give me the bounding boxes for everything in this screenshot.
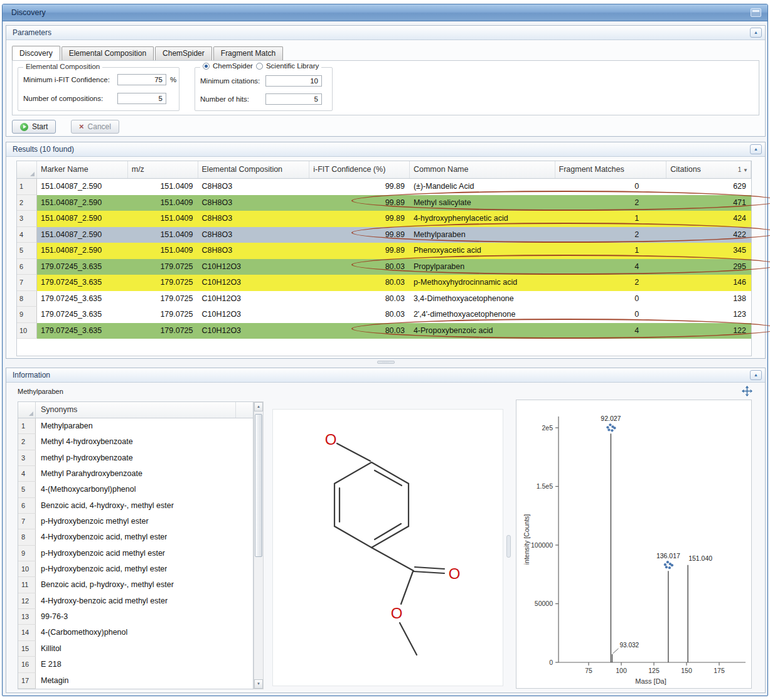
collapse-panel-icon[interactable]: ▲: [750, 144, 762, 154]
column-header-citations[interactable]: Citations 1 ▼: [666, 161, 751, 178]
results-row-5[interactable]: 5151.04087_2.590151.0409C8H8O399.89Pheno…: [17, 243, 751, 259]
synonym-row-13[interactable]: 1399-76-3: [18, 609, 253, 625]
synonym-row-number: 7: [18, 514, 36, 529]
synonym-row-17[interactable]: 17Metagin: [18, 673, 253, 689]
tab-elemental-composition[interactable]: Elemental Composition: [61, 46, 154, 60]
min-citations-input[interactable]: [265, 75, 322, 87]
scientific-library-radio-label: Scientific Library: [266, 62, 319, 70]
column-header-marker-name[interactable]: Marker Name: [37, 161, 128, 178]
synonym-row-10[interactable]: 10p-Hydroxybenzoic acid, methyl ester: [18, 561, 253, 577]
synonym-row-number: 13: [18, 609, 36, 625]
cell-citations: 138: [666, 291, 751, 307]
synonym-row-7[interactable]: 7p-Hydroxybenzoic methyl ester: [18, 514, 253, 529]
synonym-row-9[interactable]: 9p-Hydroxybenzoic acid methyl ester: [18, 546, 253, 561]
synonym-row-6[interactable]: 6Benzoic acid, 4-hydroxy-, methyl ester: [18, 498, 253, 514]
results-row-8[interactable]: 8179.07245_3.635179.0725C10H12O380.033,4…: [17, 291, 751, 307]
synonym-row-number: 3: [18, 450, 36, 466]
cell-row-number: 5: [17, 243, 37, 259]
cell-fragment-matches: 0: [555, 307, 666, 323]
svg-text:151.040: 151.040: [688, 554, 712, 562]
column-header-ifit-confidence[interactable]: i-FIT Confidence (%): [309, 161, 410, 178]
tab-chemspider[interactable]: ChemSpider: [155, 46, 212, 60]
cell-marker-name: 179.07245_3.635: [37, 291, 128, 307]
column-header-mz[interactable]: m/z: [128, 161, 198, 178]
select-all-corner[interactable]: [17, 161, 37, 178]
synonym-row-number: 12: [18, 593, 36, 609]
window-titlebar[interactable]: Discovery: [3, 4, 767, 21]
synonyms-header-label[interactable]: Synonyms: [36, 402, 77, 418]
cell-marker-name: 179.07245_3.635: [37, 323, 128, 339]
cell-elemental-composition: C8H8O3: [198, 195, 310, 211]
collapse-panel-icon[interactable]: ▲: [750, 370, 762, 380]
synonym-name: p-Hydroxybenzoic acid methyl ester: [36, 546, 165, 561]
cell-common-name: 4-hydroxyphenylacetic acid: [410, 211, 555, 227]
synonyms-corner[interactable]: [18, 402, 36, 418]
synonym-row-number: 6: [18, 498, 36, 514]
synonym-row-5[interactable]: 54-(Methoxycarbonyl)phenol: [18, 482, 253, 497]
results-row-3[interactable]: 3151.04087_2.590151.0409C8H8O399.894-hyd…: [17, 211, 751, 227]
cancel-button[interactable]: × Cancel: [71, 120, 119, 134]
cell-common-name: 2',4'-dimethoxyacetophenone: [410, 307, 555, 323]
scrollbar-thumb[interactable]: [255, 414, 262, 557]
chemspider-radio[interactable]: [203, 63, 210, 70]
cell-fragment-matches: 2: [555, 227, 666, 243]
cell-ifit-confidence: 99.89: [309, 195, 410, 211]
cell-citations: 146: [666, 275, 751, 291]
synonym-row-number: 10: [18, 561, 36, 577]
results-row-2[interactable]: 2151.04087_2.590151.0409C8H8O399.89Methy…: [17, 195, 751, 211]
cell-elemental-composition: C10H12O3: [198, 323, 310, 339]
min-ifit-input[interactable]: [117, 74, 166, 85]
spectrum-viewer[interactable]: 0500001000001.5e52e575100125150175Mass […: [516, 400, 752, 689]
elemental-composition-group: Elemental Composition Minimum i-FIT Conf…: [18, 67, 179, 111]
synonym-row-8[interactable]: 84-Hydroxybenzoic acid, methyl ester: [18, 529, 253, 545]
tab-fragment-match[interactable]: Fragment Match: [213, 46, 283, 60]
synonym-row-15[interactable]: 15Killitol: [18, 641, 253, 657]
cell-fragment-matches: 2: [555, 195, 666, 211]
results-row-7[interactable]: 7179.07245_3.635179.0725C10H12O380.03p-M…: [17, 275, 751, 291]
splitter-grip-icon[interactable]: ····: [377, 361, 395, 364]
cell-row-number: 1: [17, 179, 37, 195]
start-button[interactable]: Start: [12, 120, 56, 134]
cell-elemental-composition: C8H8O3: [198, 211, 310, 227]
synonym-name: E 218: [36, 657, 61, 672]
synonym-row-2[interactable]: 2Methyl 4-hydroxybenzoate: [18, 434, 253, 450]
results-row-10[interactable]: 10179.07245_3.635179.0725C10H12O380.034-…: [17, 323, 751, 339]
synonym-row-11[interactable]: 11Benzoic acid, p-hydroxy-, methyl ester: [18, 577, 253, 593]
structure-viewer[interactable]: O O O: [272, 409, 503, 686]
collapse-panel-icon[interactable]: ▲: [750, 28, 762, 38]
synonym-row-14[interactable]: 144-(Carbomethoxy)phenol: [18, 625, 253, 640]
synonym-name: Metagin: [36, 673, 68, 689]
move-panel-icon[interactable]: [742, 386, 752, 396]
synonym-row-1[interactable]: 1Methylparaben: [18, 418, 253, 434]
num-compositions-input[interactable]: [117, 93, 166, 104]
results-row-1[interactable]: 1151.04087_2.590151.0409C8H8O399.89(±)-M…: [17, 179, 751, 195]
sort-desc-icon: ▼: [743, 167, 748, 173]
results-row-4[interactable]: 4151.04087_2.590151.0409C8H8O399.89Methy…: [17, 227, 751, 243]
synonym-row-16[interactable]: 16E 218: [18, 657, 253, 672]
window-title: Discovery: [11, 8, 46, 17]
synonym-row-12[interactable]: 124-Hydroxy-benzoic acid methyl ester: [18, 593, 253, 609]
synonyms-scrollbar[interactable]: ▲ ▼: [254, 401, 264, 689]
scroll-up-icon[interactable]: ▲: [254, 402, 263, 411]
synonym-row-4[interactable]: 4Methyl Parahydroxybenzoate: [18, 466, 253, 482]
column-header-elemental-composition[interactable]: Elemental Composition: [198, 161, 310, 178]
restore-window-icon[interactable]: [751, 8, 761, 17]
synonym-row-3[interactable]: 3methyl p-hydroxybenzoate: [18, 450, 253, 466]
scientific-library-radio[interactable]: [256, 63, 263, 70]
tab-discovery[interactable]: Discovery: [12, 46, 60, 60]
results-row-9[interactable]: 9179.07245_3.635179.0725C10H12O380.032',…: [17, 307, 751, 323]
synonyms-table-body: 1Methylparaben2Methyl 4-hydroxybenzoate3…: [18, 418, 253, 689]
num-hits-input[interactable]: [265, 93, 322, 105]
column-header-common-name[interactable]: Common Name: [410, 161, 555, 178]
cancel-x-icon: ×: [79, 123, 84, 130]
oxygen-atom-label: O: [391, 605, 403, 622]
synonym-name: Methyl 4-hydroxybenzoate: [36, 434, 133, 450]
column-header-fragment-matches[interactable]: Fragment Matches: [555, 161, 667, 178]
parameters-header: Parameters ▲: [6, 26, 765, 40]
results-header-label: Results (10 found): [13, 145, 74, 154]
results-row-6[interactable]: 6179.07245_3.635179.0725C10H12O380.03Pro…: [17, 259, 751, 275]
vertical-splitter-grip[interactable]: [506, 535, 511, 558]
panel-splitter[interactable]: ····: [6, 360, 766, 364]
cell-ifit-confidence: 99.89: [309, 243, 410, 259]
scroll-down-icon[interactable]: ▼: [254, 679, 263, 689]
